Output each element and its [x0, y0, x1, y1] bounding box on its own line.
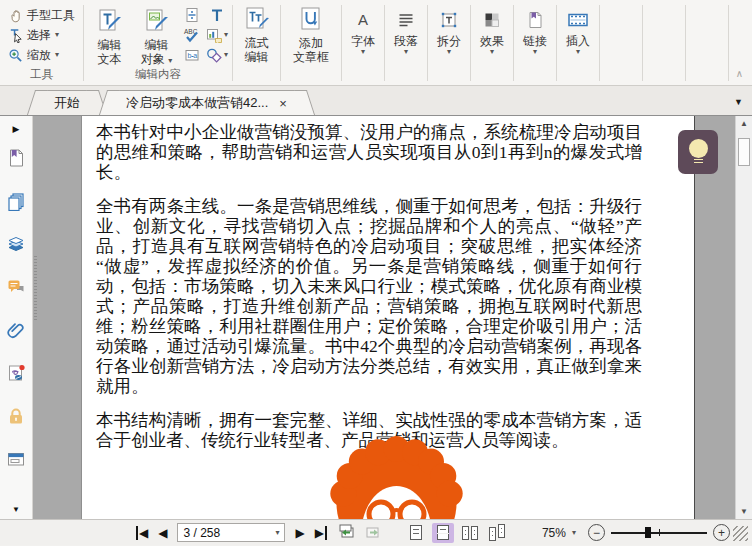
page-number-input[interactable]: 3 / 258 ▾ — [177, 523, 285, 542]
zoom-out-button[interactable]: − — [588, 524, 605, 541]
status-bar: ◀ ◀ 3 / 258 ▾ ▶ ▶ 75% ▾ − + — [0, 519, 752, 545]
split-text-button[interactable] — [182, 6, 202, 24]
spell-check-button[interactable]: ABC — [182, 26, 202, 44]
tab-list-caret-icon[interactable]: ▼ — [734, 97, 743, 107]
text-icon — [209, 7, 225, 23]
scroll-down-icon[interactable]: ▼ — [736, 507, 752, 516]
panel-resize-handle[interactable] — [34, 256, 37, 320]
next-view-button[interactable] — [364, 522, 383, 543]
select-tool-button[interactable]: 选择 ▾ — [4, 25, 79, 45]
edit-object-label: 编辑 — [145, 38, 169, 52]
split-document-icon — [184, 7, 200, 23]
split-box-icon — [439, 6, 459, 34]
tab-home[interactable]: 开始 — [38, 90, 96, 115]
pdf-page: 本书针对中小企业做营销没预算、没用户的痛点，系统梳理冷启动项目的思维和策略，帮助… — [81, 116, 695, 519]
page-thumbnails-panel-button[interactable] — [6, 191, 26, 211]
ribbon-collapse-icon[interactable]: ∧ — [736, 68, 743, 79]
split-button[interactable]: 拆分 ▾ — [428, 0, 470, 85]
zoom-tool-button[interactable]: 缩放 ▾ — [4, 45, 79, 65]
font-button[interactable]: A 字体 ▾ — [342, 0, 384, 85]
effect-button[interactable]: 效果 ▾ — [471, 0, 513, 85]
zoom-slider[interactable] — [611, 524, 707, 541]
assistant-lightbulb-button[interactable] — [678, 130, 718, 174]
layers-panel-button[interactable] — [6, 234, 26, 254]
insert-button[interactable]: 插入 ▾ — [557, 0, 599, 85]
link-icon — [525, 6, 545, 34]
insert-media-icon — [567, 6, 589, 34]
ribbon-group-tools-label: 工具 — [2, 66, 81, 85]
form-field-icon — [6, 449, 26, 469]
sidebar-expand-icon[interactable]: ▶ — [13, 124, 20, 134]
font-icon: A — [353, 6, 373, 34]
sidebar-more-icon[interactable]: ▼ — [12, 505, 20, 514]
zoom-level-value[interactable]: 75% — [532, 526, 566, 540]
attachments-panel-button[interactable] — [6, 320, 26, 340]
ribbon-group-edit-content: 编辑 文本 编辑 对象 ▾ ABC b a — [84, 0, 232, 85]
shapes-button[interactable]: ▾ — [206, 46, 228, 64]
edit-text-button[interactable]: 编辑 文本 — [86, 2, 133, 66]
first-page-button[interactable]: ◀ — [136, 526, 150, 540]
facing-view-button[interactable] — [459, 523, 481, 543]
replace-text-button[interactable]: b a — [182, 46, 202, 64]
scroll-up-icon[interactable]: ▲ — [736, 119, 752, 128]
zoom-icon — [8, 48, 23, 63]
paragraph: 全书有两条主线。一条是营销思维线，侧重于如何思考，包括：升级行业、创新文化，寻找… — [96, 196, 642, 396]
single-page-view-button[interactable] — [405, 523, 427, 543]
continuous-facing-icon — [489, 524, 505, 541]
edit-object-button[interactable]: 编辑 对象 ▾ — [133, 2, 180, 66]
hand-tool-button[interactable]: 手型工具 — [4, 5, 79, 25]
edit-text-icon — [96, 6, 124, 38]
lightbulb-icon — [689, 139, 708, 158]
zoom-slider-thumb[interactable] — [645, 527, 651, 538]
previous-view-button[interactable] — [337, 522, 356, 543]
add-article-box-label: 文章框 — [293, 50, 329, 64]
chevron-down-icon: ▾ — [447, 48, 451, 56]
bookmarks-panel-button[interactable] — [6, 148, 26, 168]
flow-edit-button[interactable]: 流式 编辑 — [233, 0, 280, 85]
signature-panel-button[interactable] — [6, 363, 26, 383]
comments-panel-button[interactable] — [6, 277, 26, 297]
next-view-icon — [364, 522, 383, 540]
vertical-scrollbar[interactable]: ▲ ▼ — [735, 116, 752, 519]
zoom-dropdown-icon[interactable]: ▾ — [572, 529, 576, 537]
continuous-view-button[interactable] — [432, 523, 454, 543]
chevron-down-icon: ▾ — [404, 48, 408, 56]
chevron-down-icon: ▾ — [361, 48, 365, 56]
previous-view-icon — [337, 522, 356, 540]
tab-document[interactable]: 冷启动零成本做营销42... × — [110, 90, 304, 115]
paragraph-button[interactable]: 段落 ▾ — [385, 0, 427, 85]
effect-label: 效果 — [480, 34, 504, 48]
zoom-slider-tick — [659, 529, 660, 536]
edit-object-icon — [143, 6, 171, 38]
text-tool-button[interactable] — [206, 6, 228, 24]
ribbon-divider — [599, 5, 600, 81]
edit-object-label: 对象 — [141, 52, 165, 66]
fields-panel-button[interactable] — [6, 449, 26, 469]
window-resize-grip[interactable] — [733, 526, 748, 541]
paragraph-label: 段落 — [394, 34, 418, 48]
security-panel-button[interactable] — [6, 406, 26, 426]
link-button[interactable]: 链接 ▾ — [514, 0, 556, 85]
edit-text-label: 文本 — [98, 52, 122, 66]
main-area: ▶ ▼ 本书针对中小企业做营销没预算、没用户的痛点 — [0, 116, 752, 519]
link-label: 链接 — [523, 34, 547, 48]
zoom-in-button[interactable]: + — [713, 524, 730, 541]
object-properties-button[interactable]: ▾ — [206, 26, 228, 44]
add-article-box-button[interactable]: 添加 文章框 — [281, 0, 341, 85]
chevron-down-icon: ▾ — [168, 56, 172, 65]
bookmark-icon — [6, 148, 26, 168]
continuous-facing-view-button[interactable] — [486, 523, 508, 543]
scrollbar-thumb[interactable] — [738, 138, 750, 166]
previous-page-button[interactable]: ◀ — [156, 526, 169, 540]
chevron-down-icon: ▾ — [533, 48, 537, 56]
edit-object-label-row: 对象 ▾ — [141, 52, 172, 66]
edit-text-label: 编辑 — [98, 38, 122, 52]
last-page-button[interactable]: ▶ — [313, 526, 327, 540]
continuous-page-icon — [437, 525, 449, 540]
document-tab-bar: 开始 冷启动零成本做营销42... × ▼ — [0, 86, 752, 116]
chevron-down-icon: ▾ — [275, 529, 279, 537]
next-page-button[interactable]: ▶ — [293, 526, 306, 540]
pages-icon — [6, 191, 26, 211]
close-icon[interactable]: × — [278, 97, 288, 110]
signature-icon — [6, 363, 26, 383]
